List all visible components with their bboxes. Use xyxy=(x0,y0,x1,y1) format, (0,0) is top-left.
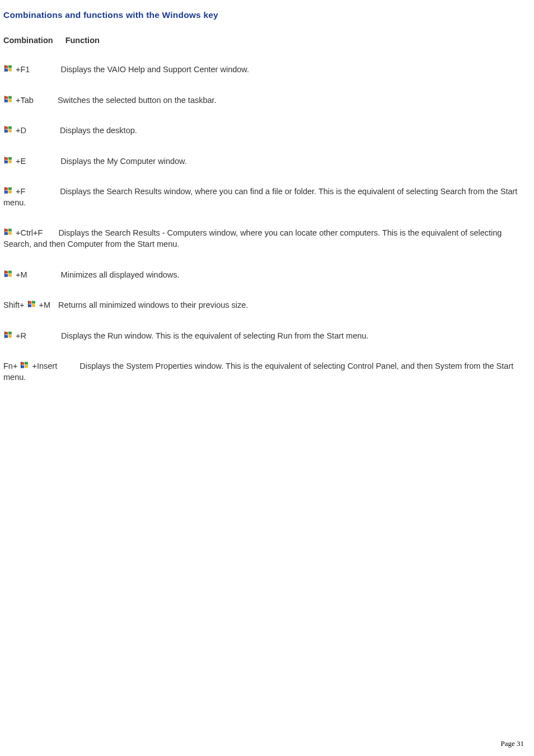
shortcut-list: +F1Displays the VAIO Help and Support Ce… xyxy=(3,64,531,383)
combination-cell: +E xyxy=(3,157,26,166)
key-suffix: +Insert xyxy=(32,361,57,370)
key-suffix: +D xyxy=(16,126,26,135)
windows-key-icon xyxy=(20,360,30,370)
key-prefix: Shift+ xyxy=(3,300,27,309)
function-cell: Returns all minimized windows to their p… xyxy=(58,300,248,309)
combination-cell: Shift+ +M xyxy=(3,300,50,309)
shortcut-row: +RDisplays the Run window. This is the e… xyxy=(3,330,531,342)
key-suffix: +M xyxy=(39,300,51,309)
windows-key-icon xyxy=(3,95,13,105)
svg-rect-8 xyxy=(4,331,5,338)
header-combination: Combination xyxy=(3,36,53,45)
key-suffix: +M xyxy=(16,270,27,279)
function-cell: Switches the selected button on the task… xyxy=(58,96,217,105)
page-footer: Page 31 xyxy=(500,739,524,748)
windows-key-icon xyxy=(3,186,13,196)
shortcut-row: +F1Displays the VAIO Help and Support Ce… xyxy=(3,64,531,76)
svg-rect-2 xyxy=(4,126,5,133)
table-header: Combination Function xyxy=(3,36,531,45)
svg-rect-4 xyxy=(4,187,5,194)
shortcut-row: +Ctrl+FDisplays the Search Results - Com… xyxy=(3,227,531,250)
windows-key-icon xyxy=(3,64,13,74)
key-suffix: +F xyxy=(16,187,25,196)
windows-key-icon xyxy=(3,156,13,166)
key-prefix: Fn+ xyxy=(3,361,20,370)
key-suffix: +F1 xyxy=(16,65,30,74)
shortcut-row: +DDisplays the desktop. xyxy=(3,125,531,137)
combination-cell: +R xyxy=(3,331,26,340)
windows-key-icon xyxy=(3,269,13,279)
function-cell: Displays the My Computer window. xyxy=(60,157,187,166)
key-suffix: +Tab xyxy=(16,96,34,105)
shortcut-row: Shift+ +MReturns all minimized windows t… xyxy=(3,299,531,311)
header-function: Function xyxy=(65,36,100,45)
function-cell: Displays the Run window. This is the equ… xyxy=(61,331,368,340)
shortcut-row: +FDisplays the Search Results window, wh… xyxy=(3,186,531,208)
svg-rect-6 xyxy=(4,270,5,277)
shortcut-row: +MMinimizes all displayed windows. xyxy=(3,269,531,281)
shortcut-row: +TabSwitches the selected button on the … xyxy=(3,95,531,106)
function-cell: Displays the desktop. xyxy=(60,126,137,135)
svg-rect-7 xyxy=(28,300,29,307)
svg-rect-9 xyxy=(21,361,22,368)
windows-key-icon xyxy=(3,330,13,340)
key-suffix: +R xyxy=(16,331,26,340)
svg-rect-0 xyxy=(4,65,5,72)
combination-cell: Fn+ +Insert xyxy=(3,361,57,370)
function-cell: Displays the System Properties window. T… xyxy=(3,361,513,382)
svg-rect-5 xyxy=(4,228,5,235)
svg-rect-3 xyxy=(4,157,5,163)
combination-cell: +F xyxy=(3,187,25,196)
combination-cell: +M xyxy=(3,270,27,279)
windows-key-icon xyxy=(3,227,13,237)
combination-cell: +D xyxy=(3,126,26,135)
combination-cell: +Ctrl+F xyxy=(3,228,43,237)
svg-rect-1 xyxy=(4,96,5,102)
windows-key-icon xyxy=(3,125,13,135)
windows-key-icon xyxy=(27,299,37,309)
function-cell: Minimizes all displayed windows. xyxy=(61,270,180,279)
combination-cell: +Tab xyxy=(3,96,34,105)
shortcut-row: Fn+ +InsertDisplays the System Propertie… xyxy=(3,360,531,383)
combination-cell: +F1 xyxy=(3,65,30,74)
key-suffix: +Ctrl+F xyxy=(16,228,43,237)
function-cell: Displays the Search Results window, wher… xyxy=(3,187,517,207)
function-cell: Displays the VAIO Help and Support Cente… xyxy=(60,65,249,74)
key-suffix: +E xyxy=(16,157,26,166)
shortcut-row: +EDisplays the My Computer window. xyxy=(3,156,531,167)
function-cell: Displays the Search Results - Computers … xyxy=(3,228,502,248)
page-title: Combinations and functions with the Wind… xyxy=(3,10,531,20)
